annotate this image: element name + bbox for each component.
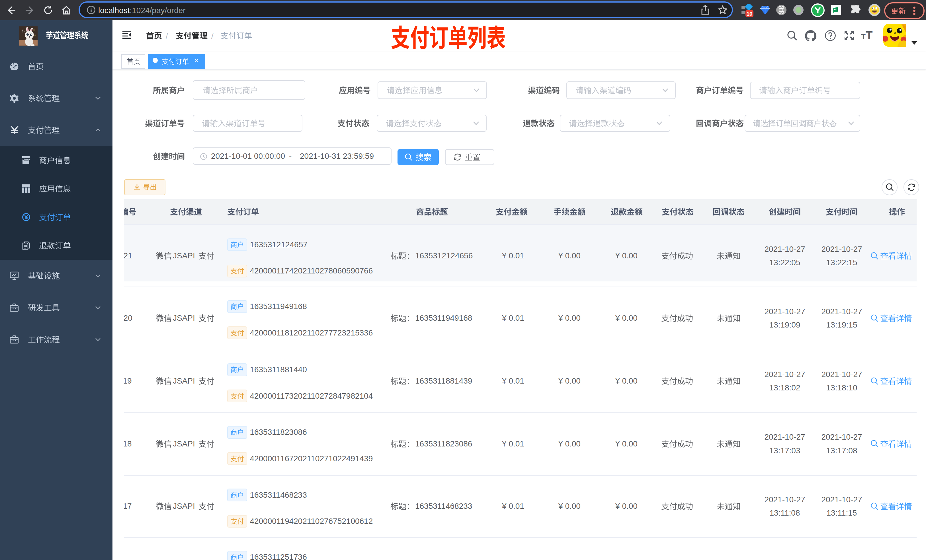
svg-text:10: 10 xyxy=(746,11,752,17)
